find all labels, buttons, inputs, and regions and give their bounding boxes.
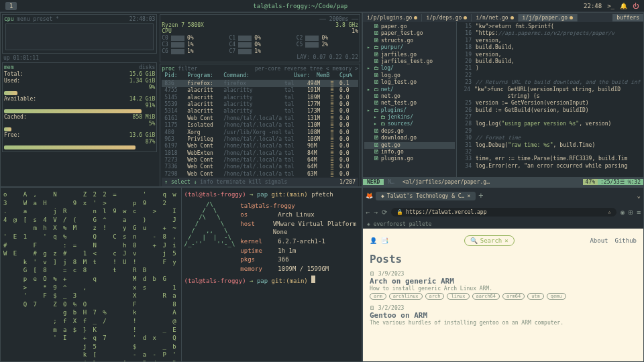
url-bar[interactable]: 🔒 https://talwat.vercel.app ☆ [391, 208, 616, 217]
tree-item[interactable]: 🖹jarfiles.go [364, 52, 455, 58]
term-hint[interactable]: terminate [216, 179, 245, 185]
menu-btn[interactable]: menu [17, 16, 30, 22]
preset-btn[interactable]: preset * [33, 16, 59, 22]
tree-item[interactable]: 🖹paper_test.go [364, 30, 455, 37]
folder-icon: ▸ 🗀 [374, 114, 386, 121]
post-tag[interactable]: arch [425, 293, 445, 300]
tree-item[interactable]: ▸ 🗀sources/ [364, 121, 455, 127]
proc-row[interactable]: 1175Isolated/home/tal/.local/atal110M⣿0.… [162, 122, 358, 129]
tree-item[interactable]: ▸ 🗀log/ [364, 65, 455, 72]
tree-item[interactable]: 🖹plugins.go [364, 156, 455, 162]
code-area[interactable]: 15"kw">return fmt.Sprintf(16 "https://ap… [457, 22, 643, 177]
tab-close-icon[interactable]: × [467, 193, 470, 199]
post-item[interactable]: 🗓 3/9/2023Arch on generic ARMHow to inst… [370, 271, 637, 300]
file-tree[interactable]: 🖹paper.go🖹paper_test.go🖹structs.go▸ 🗀pur… [363, 22, 457, 177]
tree-item[interactable]: 🖹log.go [364, 72, 455, 79]
tree-item[interactable]: ▸ 🗀purpur/ [364, 44, 455, 51]
browser-tab[interactable]: ◆ Talwat's Technology & C… × [376, 192, 476, 200]
prompt-line-2[interactable]: (tal@tals-froggy) → pap git:(main) [184, 276, 360, 286]
proc-row[interactable]: 7336Web Cont/home/tal/.local/atal64M⣿0.0 [162, 164, 358, 170]
editor-tab[interactable]: i/n/net.go [472, 14, 518, 21]
tree-item[interactable]: 🖹jarfiles_test.go [364, 58, 455, 65]
cpu-model: Ryzen 7 5800X [162, 22, 204, 28]
reload-icon[interactable]: ⟳ [382, 208, 387, 216]
proc-row[interactable]: 1018WebExten/home/tal/.local/atal84M⣿0.0 [162, 150, 358, 157]
clear-icon[interactable]: × [504, 237, 508, 244]
bell-icon[interactable]: 🔔 [620, 3, 627, 9]
extensions-icon[interactable]: ⊞ [629, 208, 633, 216]
proc-row[interactable]: 836firefox:firefoxtal494M⣿0.1 [162, 80, 358, 87]
cpu-label: cpu [4, 16, 13, 22]
tabs-dropdown-icon[interactable]: ⌄ [637, 192, 641, 199]
editor-tab[interactable]: i/p/plugins.go [363, 14, 422, 21]
account-icon[interactable]: ◉ [621, 208, 625, 216]
file-icon: 🖹 [374, 30, 379, 37]
tree-item[interactable]: 🖹log_test.go [364, 79, 455, 86]
editor-tab[interactable]: i/p/deps.go [422, 14, 472, 21]
post-tag[interactable]: archlinux [389, 293, 423, 300]
editor-tabs: i/p/plugins.goi/p/deps.goi/n/net.goi/j/p… [363, 13, 643, 22]
tree-item[interactable]: 🖹download.go [364, 135, 455, 141]
proc-row[interactable]: 5145alacrittalacrittytal189M⣿0.0 [162, 95, 358, 101]
filter-btn[interactable]: filter [178, 66, 197, 72]
tree-item[interactable]: ▸ 🗀net/ [364, 86, 455, 93]
buffers-btn[interactable]: buffers [612, 14, 643, 21]
post-item[interactable]: 🗓 3/2/2023Gentoo on ARMThe various hurdl… [370, 305, 637, 327]
post-tag[interactable]: arm [370, 293, 386, 300]
post-tag[interactable]: linux [447, 293, 469, 300]
proc-row[interactable]: 6197Web Cont/home/tal/.local/atal96M⣿0.0 [162, 143, 358, 149]
tree-item[interactable]: 🖹net.go [364, 93, 455, 100]
proc-row[interactable]: 6161Web Cont/home/tal/.local/atal131M⣿0.… [162, 115, 358, 122]
file-icon: 🖹 [374, 79, 379, 86]
post-tag[interactable]: qemu [547, 293, 566, 300]
code-line: 15"kw">return fmt.Sprintf( [458, 23, 642, 30]
about-link[interactable]: About [590, 237, 608, 244]
proc-count: 1/207 [339, 179, 356, 186]
kill-hint[interactable]: kill [249, 179, 262, 185]
proc-row[interactable]: 4755alacrittalacrittytal191M⣿0.0 [162, 87, 358, 94]
site-logo-icon[interactable]: 👤 [370, 237, 377, 244]
code-line: 28 log.Log("using paper version %s", ver… [458, 121, 642, 127]
proc-row[interactable]: 7273Web Cont/home/tal/.local/atal64M⣿0.0 [162, 157, 358, 164]
editor-tab[interactable]: i/j/p/paper.go [519, 14, 578, 21]
file-icon: 🖹 [374, 58, 379, 65]
signals-hint[interactable]: signals [265, 179, 288, 185]
tree-item[interactable]: ▸ 🗀jenkins/ [364, 114, 455, 121]
tree-item[interactable]: 🖹deps.go [364, 128, 455, 135]
forward-icon[interactable]: → [374, 208, 378, 216]
proc-cols[interactable]: per-core reverse tree < memory > [255, 66, 358, 72]
back-icon[interactable]: ← [366, 208, 370, 216]
tree-item[interactable]: 🖹paper.go [364, 23, 455, 30]
proc-row[interactable]: 5539alacrittalacrittytal177M⣿0.0 [162, 101, 358, 108]
disks-label[interactable]: disks [139, 64, 155, 70]
menu-icon[interactable]: ≡ [637, 208, 641, 216]
proc-row[interactable]: 963Privileg/home/tal/.local/atal106M⣿0.0 [162, 136, 358, 143]
tree-item[interactable]: 🖹info.go [364, 149, 455, 156]
code-line: 25 version := GetVersion(versionInput) [458, 100, 642, 107]
proc-row[interactable]: 5314alacrittalacrittytal173M⣿0.0 [162, 108, 358, 115]
new-tab-button[interactable]: + [478, 191, 483, 200]
file-icon: 🖹 [374, 128, 379, 135]
post-tag[interactable]: aarch64 [472, 293, 500, 300]
file-icon: 🖹 [374, 52, 379, 58]
post-tag[interactable]: arm64 [502, 293, 525, 300]
tree-item[interactable]: 🖹get.go [364, 142, 455, 149]
bookmark-icon[interactable]: ☆ [608, 209, 611, 215]
info-hint[interactable]: info [200, 179, 213, 185]
post-tag[interactable]: utm [527, 293, 544, 300]
tree-item[interactable]: 🖹net_test.go [364, 100, 455, 107]
browser-nav: ← → ⟳ 🔒 https://talwat.vercel.app ☆ ◉ ⊞ … [363, 204, 643, 220]
tree-item[interactable]: ▸ 🗀plugins/ [364, 107, 455, 114]
github-link[interactable]: Github [614, 237, 637, 244]
terminal-icon[interactable]: >_ [607, 3, 614, 9]
proc-row[interactable]: 7298Web Cont/home/tal/.local/atal63M⣿0.0 [162, 171, 358, 178]
proc-row[interactable]: 480Xorg/usr/lib/Xorg -noltal108M⣿0.0 [162, 129, 358, 136]
site-search[interactable]: 🔍 Search × [464, 235, 515, 246]
tree-item[interactable]: 🖹structs.go [364, 38, 455, 44]
site-icon-2[interactable]: 📑 [381, 237, 388, 244]
power-icon[interactable]: ⏻ [633, 3, 639, 9]
workspace-indicator[interactable]: 1 [5, 2, 17, 10]
terminal-pane[interactable]: (tal@tals-froggy) → pap git:(main) pfetc… [181, 188, 362, 361]
top-bar: 1 tal@tals-froggy:~/Code/pap 22:48 >_ 🔔 … [0, 0, 644, 12]
search-icon: 🔍 [470, 237, 478, 244]
